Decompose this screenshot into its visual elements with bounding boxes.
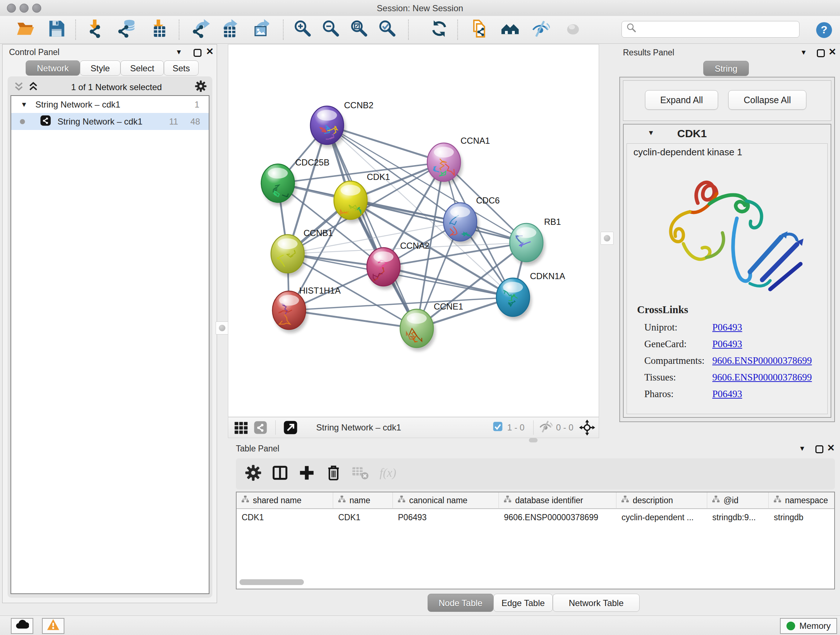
detach-view-icon[interactable] [281,416,300,439]
zoom-selected-button[interactable] [376,19,398,41]
column-header--id[interactable]: @id [707,492,769,509]
float-panel-icon[interactable]: ▼ [799,445,806,453]
tab-node-table[interactable]: Node Table [428,594,493,612]
hide-selected-button[interactable] [530,19,551,41]
table-cell[interactable]: P06493 [393,510,499,525]
table-cell[interactable]: 9606.ENSP00000378699 [499,510,616,525]
network-tree-row[interactable]: String Network – cdk1 11 48 [11,113,209,130]
splitter-handle[interactable] [216,321,229,334]
search-input[interactable] [638,24,791,35]
node-label: CCNB1 [303,228,333,238]
node-CCNA1[interactable]: CCNA1 [427,136,490,185]
tab-network-table[interactable]: Network Table [553,594,639,612]
edge[interactable] [384,267,513,297]
zoom-out-button[interactable] [320,19,341,41]
expand-collapse-icon[interactable]: ▼ [21,101,27,109]
table-cell[interactable]: CDK1 [237,510,333,525]
column-header-shared-name[interactable]: shared name [237,492,333,509]
control-panel: Control Panel ▼ ✕ NetworkStyleSelectSets… [2,44,217,603]
tab-style[interactable]: Style [80,60,120,76]
import-network-from-file-button[interactable] [82,19,104,41]
zoom-fit-content-button[interactable] [348,19,370,41]
table-cell[interactable]: CDK1 [333,510,393,525]
node-CCNB2[interactable]: CCNB2 [310,100,373,148]
fit-selected-crosshair-icon[interactable] [577,416,597,439]
grid-view-icon[interactable] [231,416,251,439]
delete-column-button[interactable] [322,462,345,486]
first-neighbors-button[interactable] [499,19,521,41]
edge[interactable] [327,125,417,328]
table-panel: Table Panel ▼ ✕ f(x) shared nameCDK1 nam… [228,440,840,616]
node-CDKN1A[interactable]: CDKN1A [496,271,565,320]
import-network-from-database-button[interactable] [116,19,137,41]
node-HIST1H1A[interactable]: HIST1H1A [272,286,341,333]
horizontal-scrollbar[interactable] [240,579,304,585]
tab-string[interactable]: String [703,61,749,76]
column-header-description[interactable]: description [616,492,707,509]
import-table-from-file-button[interactable] [146,19,168,41]
crosslink-link[interactable]: 9606.ENSP00000378699 [712,372,812,383]
crosslink-link[interactable]: 9606.ENSP00000378699 [712,355,812,366]
network-options-gear-icon[interactable] [194,80,207,95]
help-button[interactable]: ? [813,20,835,42]
maximize-panel-icon[interactable] [194,49,202,57]
search-field[interactable] [622,21,799,38]
network-canvas[interactable]: CCNB2 CCNA1 CDC25B CDK1 CDC6 RB1 CCNB1 C… [228,44,599,417]
node-CDC25B[interactable]: CDC25B [261,157,330,206]
float-panel-icon[interactable]: ▼ [800,49,807,57]
tab-select[interactable]: Select [120,60,164,76]
delete-table-button[interactable] [349,462,372,486]
column-header-namespace[interactable]: namespace [769,492,835,509]
column-header-database-identifier[interactable]: database identifier [499,492,616,509]
node-CCNE1[interactable]: CCNE1 [400,302,463,351]
crosslink-link[interactable]: P06493 [712,339,742,350]
clone-network-button[interactable] [468,19,490,41]
save-session-button[interactable] [46,19,67,41]
memory-button[interactable]: Memory [780,618,837,634]
close-panel-icon[interactable]: ✕ [829,46,836,57]
function-builder-button[interactable]: f(x) [376,462,399,486]
float-panel-icon[interactable]: ▼ [175,48,182,56]
column-header-name[interactable]: name [333,492,393,509]
apply-preferred-layout-button[interactable] [428,19,450,41]
export-table-button[interactable] [217,19,239,41]
table-cell[interactable]: stringdb [769,510,835,525]
show-columns-button[interactable] [268,462,292,486]
tab-sets[interactable]: Sets [164,60,199,76]
export-network-button[interactable] [189,19,211,41]
maximize-panel-icon[interactable] [817,49,825,57]
table-cell[interactable]: stringdb:9... [707,510,769,525]
selected-checkbox-icon[interactable] [492,421,504,434]
cloud-button[interactable] [11,618,33,634]
network-tree-row[interactable]: ▼ String Network – cdk1 1 [11,96,209,113]
expand-all-networks-icon[interactable] [28,81,39,94]
node-CDC6[interactable]: CDC6 [444,195,500,244]
column-header-canonical-name[interactable]: canonical name [393,492,499,509]
close-panel-icon[interactable]: ✕ [827,442,835,454]
open-session-button[interactable] [14,19,36,41]
create-column-button[interactable] [295,462,318,486]
network-graph[interactable]: CCNB2 CCNA1 CDC25B CDK1 CDC6 RB1 CCNB1 C… [228,44,599,417]
maximize-panel-icon[interactable] [815,445,823,453]
export-image-button[interactable] [249,19,271,41]
node-CDK1[interactable]: CDK1 [334,172,390,223]
node-RB1[interactable]: RB1 [510,217,561,265]
edge[interactable] [289,310,417,328]
crosslink-link[interactable]: P06493 [712,322,742,333]
crosslink-link[interactable]: P06493 [712,388,742,400]
collapse-all-networks-icon[interactable] [13,81,24,94]
zoom-in-button[interactable] [292,19,313,41]
network-share-icon[interactable] [251,416,270,439]
table-settings-button[interactable] [242,462,265,486]
column-type-icon [621,495,630,506]
tab-network[interactable]: Network [26,60,80,76]
show-all-hidden-button[interactable] [562,19,584,41]
splitter-handle[interactable] [600,232,614,245]
tab-edge-table[interactable]: Edge Table [493,594,553,612]
collapse-all-button[interactable]: Collapse All [728,90,806,110]
close-panel-icon[interactable]: ✕ [206,46,214,57]
warnings-button[interactable] [42,618,65,634]
expand-all-button[interactable]: Expand All [645,90,718,110]
collapse-gene-icon[interactable]: ▼ [647,129,654,137]
table-cell[interactable]: cyclin-dependent ... [616,510,707,525]
